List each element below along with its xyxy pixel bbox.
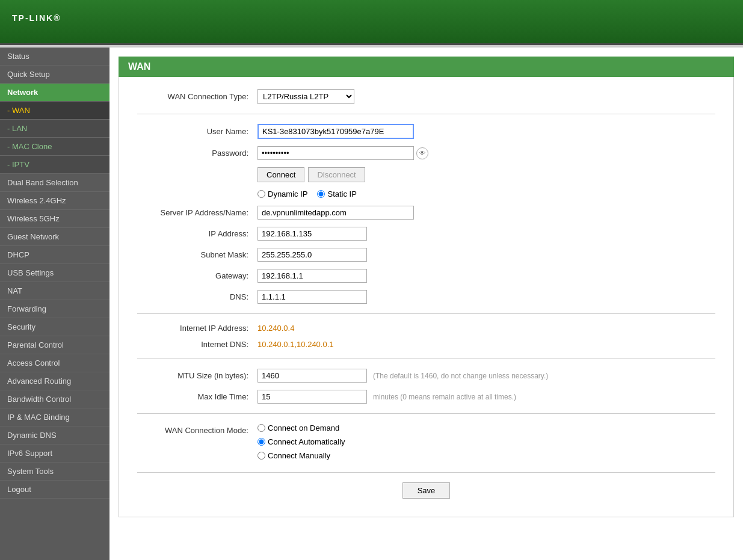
- username-input[interactable]: [257, 124, 414, 139]
- static-ip-option[interactable]: Static IP: [317, 189, 356, 198]
- dns-row: DNS:: [137, 290, 715, 304]
- ip-address-row: IP Address:: [137, 227, 715, 241]
- connect-manually-label: Connect Manually: [268, 451, 330, 460]
- sidebar-item-access-control[interactable]: Access Control: [0, 354, 109, 372]
- password-wrapper: 👁: [257, 146, 428, 160]
- password-row: Password: 👁: [137, 146, 715, 160]
- sidebar-item-status[interactable]: Status: [0, 48, 109, 66]
- dynamic-ip-radio[interactable]: [257, 190, 265, 198]
- ip-address-input[interactable]: [257, 227, 367, 241]
- sidebar-item-wireless-5[interactable]: Wireless 5GHz: [0, 210, 109, 228]
- username-label: User Name:: [137, 127, 257, 136]
- connect-on-demand-radio[interactable]: [257, 424, 265, 432]
- sidebar-item-guest-network[interactable]: Guest Network: [0, 228, 109, 246]
- connect-manually-radio[interactable]: [257, 452, 265, 460]
- sidebar-item-wireless-24[interactable]: Wireless 2.4GHz: [0, 192, 109, 210]
- sidebar-item-dhcp[interactable]: DHCP: [0, 246, 109, 264]
- separator3: [137, 358, 715, 359]
- sidebar-item-ip-mac-binding[interactable]: IP & MAC Binding: [0, 408, 109, 426]
- separator1: [137, 114, 715, 114]
- mtu-row: MTU Size (in bytes): (The default is 146…: [137, 369, 715, 383]
- gateway-label: Gateway:: [137, 271, 257, 280]
- wan-mode-options: Connect on Demand Connect Automatically …: [257, 423, 345, 460]
- sidebar-item-system-tools[interactable]: System Tools: [0, 463, 109, 481]
- ip-address-label: IP Address:: [137, 229, 257, 238]
- header: TP-LINK®: [0, 0, 743, 45]
- wan-connection-type-label: WAN Connection Type:: [137, 92, 257, 101]
- show-password-icon[interactable]: 👁: [416, 147, 428, 159]
- logo-text: TP-LINK®: [12, 11, 61, 32]
- logo: TP-LINK®: [12, 11, 61, 33]
- connect-on-demand-option[interactable]: Connect on Demand: [257, 423, 345, 432]
- connect-buttons-row: Connect Disconnect: [137, 167, 715, 182]
- subnet-mask-row: Subnet Mask:: [137, 248, 715, 262]
- internet-dns-row: Internet DNS: 10.240.0.1 , 10.240.0.1: [137, 340, 715, 349]
- static-ip-radio[interactable]: [317, 190, 325, 198]
- connect-manually-option[interactable]: Connect Manually: [257, 451, 345, 460]
- page-title: WAN: [119, 57, 734, 77]
- static-ip-label: Static IP: [327, 189, 356, 198]
- server-ip-label: Server IP Address/Name:: [137, 208, 257, 217]
- save-button[interactable]: Save: [402, 482, 451, 499]
- mtu-hint: (The default is 1460, do not change unle…: [373, 372, 548, 380]
- sidebar-item-logout[interactable]: Logout: [0, 481, 109, 499]
- subnet-mask-input[interactable]: [257, 248, 367, 262]
- dns-label: DNS:: [137, 292, 257, 301]
- content-area: WAN WAN Connection Type: Dynamic IPStati…: [109, 48, 743, 560]
- save-row: Save: [137, 472, 715, 499]
- subnet-mask-label: Subnet Mask:: [137, 250, 257, 259]
- connect-automatically-option[interactable]: Connect Automatically: [257, 437, 345, 446]
- internet-ip-label: Internet IP Address:: [137, 324, 257, 333]
- sidebar-item-parental-control[interactable]: Parental Control: [0, 336, 109, 354]
- max-idle-row: Max Idle Time: minutes (0 means remain a…: [137, 390, 715, 404]
- internet-dns-value1: 10.240.0.1: [257, 340, 294, 349]
- sidebar-item-nat[interactable]: NAT: [0, 282, 109, 300]
- sidebar-item-iptv[interactable]: - IPTV: [0, 156, 109, 174]
- sidebar: StatusQuick SetupNetwork- WAN- LAN- MAC …: [0, 48, 109, 560]
- connect-automatically-label: Connect Automatically: [268, 437, 345, 446]
- logo-brand: TP-LINK: [12, 13, 54, 23]
- wan-connection-type-row: WAN Connection Type: Dynamic IPStatic IP…: [137, 89, 715, 104]
- sidebar-item-usb-settings[interactable]: USB Settings: [0, 264, 109, 282]
- dns-input[interactable]: [257, 290, 367, 304]
- wan-mode-label: WAN Connection Mode:: [137, 423, 257, 435]
- max-idle-input[interactable]: [257, 390, 367, 404]
- server-ip-input[interactable]: [257, 206, 414, 220]
- sidebar-item-network[interactable]: Network: [0, 84, 109, 102]
- internet-dns-value2: 10.240.0.1: [297, 340, 333, 349]
- internet-ip-row: Internet IP Address: 10.240.0.4: [137, 324, 715, 333]
- connect-button[interactable]: Connect: [257, 167, 304, 182]
- sidebar-item-quick-setup[interactable]: Quick Setup: [0, 66, 109, 84]
- ip-type-row: Dynamic IP Static IP: [137, 189, 715, 198]
- internet-ip-value: 10.240.0.4: [257, 324, 294, 333]
- wan-mode-row: WAN Connection Mode: Connect on Demand C…: [137, 423, 715, 460]
- main-layout: StatusQuick SetupNetwork- WAN- LAN- MAC …: [0, 48, 743, 560]
- dynamic-ip-option[interactable]: Dynamic IP: [257, 189, 307, 198]
- internet-dns-label: Internet DNS:: [137, 340, 257, 349]
- password-label: Password:: [137, 149, 257, 158]
- sidebar-item-bandwidth-control[interactable]: Bandwidth Control: [0, 390, 109, 408]
- server-ip-row: Server IP Address/Name:: [137, 206, 715, 220]
- mtu-label: MTU Size (in bytes):: [137, 371, 257, 380]
- separator4: [137, 413, 715, 414]
- max-idle-hint: minutes (0 means remain active at all ti…: [373, 393, 516, 401]
- wan-connection-type-select[interactable]: Dynamic IPStatic IPPPPoE/Russia PPPoEL2T…: [257, 89, 354, 104]
- gateway-row: Gateway:: [137, 269, 715, 283]
- sidebar-item-dynamic-dns[interactable]: Dynamic DNS: [0, 426, 109, 445]
- sidebar-item-lan[interactable]: - LAN: [0, 120, 109, 138]
- sidebar-item-dual-band[interactable]: Dual Band Selection: [0, 174, 109, 192]
- sidebar-item-mac-clone[interactable]: - MAC Clone: [0, 138, 109, 156]
- disconnect-button[interactable]: Disconnect: [308, 167, 365, 182]
- password-input[interactable]: [257, 146, 414, 160]
- mtu-input[interactable]: [257, 369, 367, 383]
- sidebar-item-forwarding[interactable]: Forwarding: [0, 300, 109, 318]
- gateway-input[interactable]: [257, 269, 367, 283]
- username-row: User Name:: [137, 124, 715, 139]
- max-idle-label: Max Idle Time:: [137, 392, 257, 401]
- sidebar-item-security[interactable]: Security: [0, 318, 109, 336]
- dynamic-ip-label: Dynamic IP: [268, 189, 307, 198]
- sidebar-item-ipv6-support[interactable]: IPv6 Support: [0, 445, 109, 463]
- connect-automatically-radio[interactable]: [257, 438, 265, 446]
- sidebar-item-advanced-routing[interactable]: Advanced Routing: [0, 372, 109, 390]
- sidebar-item-wan[interactable]: - WAN: [0, 102, 109, 120]
